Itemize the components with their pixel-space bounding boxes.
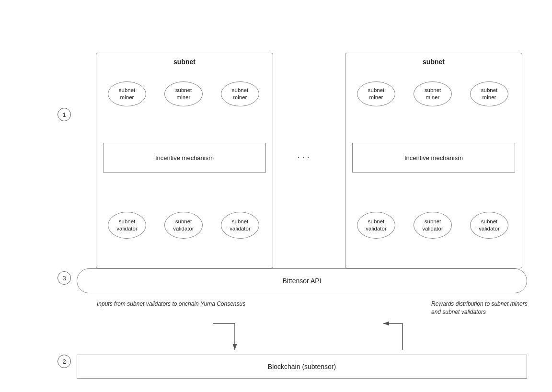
annotation-left: Inputs from subnet validators to onchain… (97, 300, 245, 308)
label-circle-2: 2 (58, 355, 71, 368)
blockchain-box: Blockchain (subtensor) (77, 355, 527, 379)
subnet2-incentive-box: Incentive mechanism (352, 143, 515, 173)
subnet1-miner-3: subnetminer (221, 81, 259, 106)
subnet2-title: subnet (345, 58, 522, 66)
bittensor-api-pill: Bittensor API (77, 268, 527, 293)
subnet2-validator-3: subnetvalidator (470, 212, 508, 239)
subnet1-miner-1: subnetminer (108, 81, 146, 106)
subnet2-validator-2: subnetvalidator (414, 212, 452, 239)
subnet1-miner-2: subnetminer (164, 81, 203, 106)
subnet2-miner-1: subnetminer (357, 81, 395, 106)
subnet2-miner-2: subnetminer (414, 81, 452, 106)
subnet1-validator-2: subnetvalidator (164, 212, 203, 239)
subnet1-title: subnet (96, 58, 273, 66)
subnet1-validator-3: subnetvalidator (221, 212, 259, 239)
subnet1-validator-1: subnetvalidator (108, 212, 146, 239)
diagram-container: 1 subnet subnetminer subnetminer subnetm… (29, 19, 537, 374)
subnet2-validator-1: subnetvalidator (357, 212, 395, 239)
subnet2-miner-3: subnetminer (470, 81, 508, 106)
dots-separator: ... (297, 149, 311, 161)
annotation-right: Rewards distribution to subnet miners an… (431, 300, 537, 316)
label-circle-3: 3 (58, 271, 71, 285)
label-circle-1: 1 (58, 108, 71, 121)
subnet1-incentive-box: Incentive mechanism (103, 143, 266, 173)
